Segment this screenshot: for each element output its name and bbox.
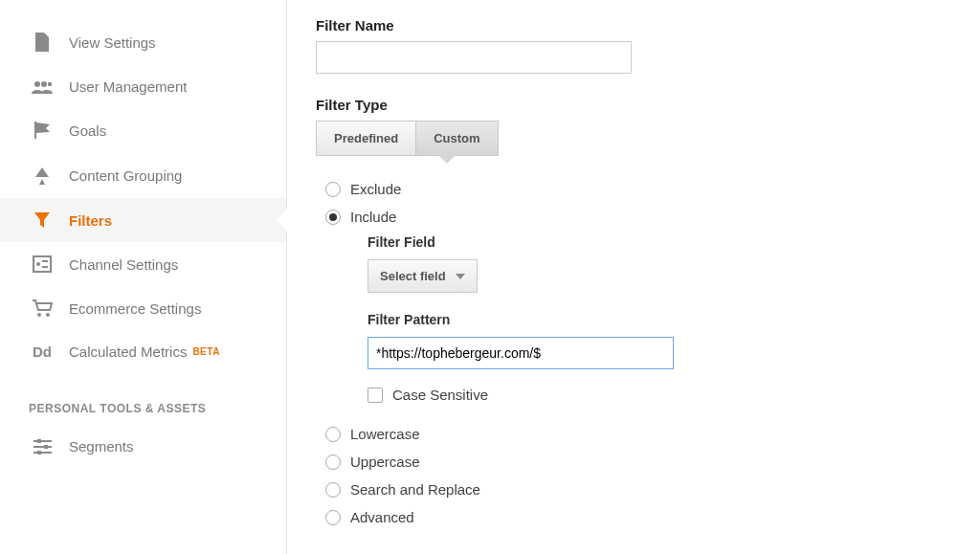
filter-pattern-input[interactable] [368,337,674,369]
sidebar-item-label: View Settings [69,34,156,51]
flag-icon [29,122,56,139]
dd-icon: Dd [29,343,56,360]
channel-icon [29,255,56,273]
radio-label: Exclude [350,181,401,197]
svg-point-6 [46,313,50,317]
radio-icon [325,510,341,525]
radio-icon [325,482,341,498]
filter-field-select[interactable]: Select field [368,259,478,293]
sidebar-item-calculated-metrics[interactable]: Dd Calculated Metrics BETA [0,330,286,373]
radio-uppercase[interactable]: Uppercase [316,448,951,476]
svg-point-0 [34,81,40,87]
radio-icon [325,427,341,442]
filter-type-label: Filter Type [316,97,951,113]
filter-type-toggle: Predefined Custom [316,121,499,156]
radio-icon [325,182,341,197]
radio-advanced[interactable]: Advanced [316,503,951,531]
funnel-icon [29,211,56,229]
sidebar-item-label: Filters [69,212,112,229]
svg-point-4 [36,262,40,266]
radio-label: Uppercase [350,454,420,470]
sidebar-item-content-grouping[interactable]: Content Grouping [0,152,286,198]
toggle-arrow-icon [438,155,456,164]
radio-label: Include [350,209,396,225]
sidebar-item-user-management[interactable]: User Management [0,65,286,108]
section-header-personal-tools: PERSONAL TOOLS & ASSETS [0,373,286,425]
radio-label: Lowercase [350,426,420,442]
sidebar-item-label: Segments [69,438,134,454]
sidebar-item-label: Content Grouping [69,167,182,184]
sidebar: View Settings User Management Goals Cont… [0,0,287,554]
chevron-down-icon [456,274,465,279]
sidebar-item-label: Ecommerce Settings [69,300,201,317]
svg-rect-9 [37,451,41,454]
filter-name-input[interactable] [316,41,632,74]
sidebar-item-filters[interactable]: Filters [0,198,286,242]
checkbox-label: Case Sensitive [392,387,488,403]
sidebar-item-channel-settings[interactable]: Channel Settings [0,242,286,286]
sidebar-item-label: Goals [69,122,106,139]
svg-point-5 [37,313,41,317]
sidebar-item-segments[interactable]: Segments [0,425,286,468]
sidebar-item-view-settings[interactable]: View Settings [0,19,286,65]
main-panel: Filter Name Filter Type Predefined Custo… [287,0,980,554]
sidebar-item-goals[interactable]: Goals [0,108,286,152]
svg-rect-8 [44,445,48,449]
filter-type-custom[interactable]: Custom [415,121,498,156]
checkbox-icon [368,388,383,403]
radio-icon [325,454,341,470]
svg-point-2 [48,81,52,85]
svg-point-1 [41,81,47,87]
cart-icon [29,299,56,317]
radio-search-replace[interactable]: Search and Replace [316,476,951,503]
svg-rect-7 [37,439,41,443]
page-icon [29,33,56,52]
sidebar-item-ecommerce-settings[interactable]: Ecommerce Settings [0,286,286,330]
select-field-text: Select field [380,269,446,283]
svg-rect-3 [33,256,51,272]
sidebar-item-label: Channel Settings [69,256,178,273]
content-grouping-icon [29,166,56,185]
radio-lowercase[interactable]: Lowercase [316,420,951,448]
filter-name-label: Filter Name [316,17,951,33]
radio-label: Search and Replace [350,481,480,498]
filter-field-label: Filter Field [368,234,951,250]
radio-include[interactable]: Include [316,203,951,231]
radio-exclude[interactable]: Exclude [316,175,951,203]
case-sensitive-checkbox[interactable]: Case Sensitive [368,387,951,403]
users-icon [29,80,56,94]
sidebar-item-label: Calculated Metrics [69,343,187,360]
sidebar-item-label: User Management [69,78,187,95]
filter-type-predefined[interactable]: Predefined [316,121,415,156]
radio-icon [325,210,341,225]
beta-badge: BETA [192,346,219,357]
filter-pattern-label: Filter Pattern [368,312,951,327]
segments-icon [29,439,56,454]
radio-label: Advanced [350,509,414,525]
